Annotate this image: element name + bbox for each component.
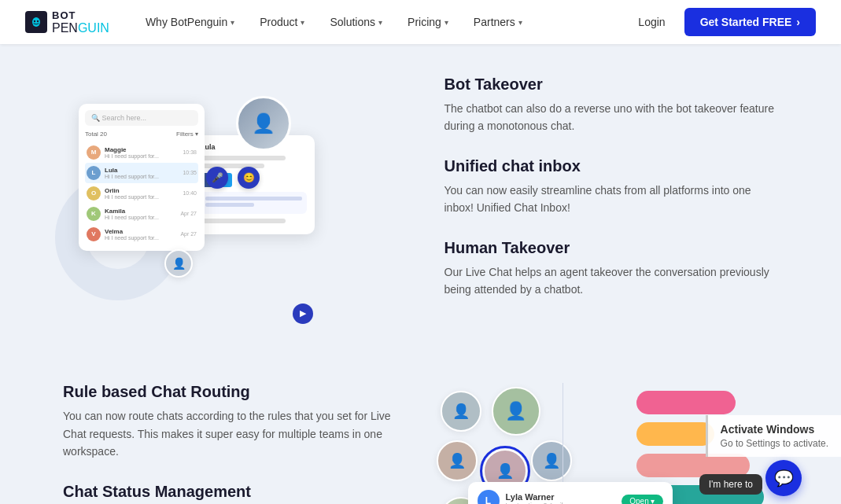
mic-button[interactable]: 🎤 bbox=[206, 167, 228, 189]
msg-line-2 bbox=[205, 203, 254, 207]
bottom-chat-card: L Lyla Warner Last active: 2 April Open … bbox=[468, 482, 673, 504]
detail-line-2 bbox=[201, 164, 264, 168]
chat-mockup: 🔍 Search here... Total 20Filters ▾ M Mag… bbox=[63, 88, 315, 292]
features-list-bottom: Rule based Chat Routing You can now rout… bbox=[63, 383, 405, 504]
nav-item-pricing[interactable]: Pricing ▾ bbox=[397, 9, 459, 35]
feature-desc-unified-inbox: You can now easily streamline chats from… bbox=[444, 182, 779, 217]
navbar: BOT PENGUIN Why BotPenguin ▾ Product ▾ S… bbox=[0, 0, 841, 44]
nav-item-product[interactable]: Product ▾ bbox=[249, 9, 315, 35]
features-list-top: Bot Takeover The chatbot can also do a r… bbox=[429, 75, 779, 320]
small-avatar: 👤 bbox=[164, 249, 193, 278]
chat-list-panel: 🔍 Search here... Total 20Filters ▾ M Mag… bbox=[79, 104, 205, 251]
get-started-button[interactable]: Get Started FREE › bbox=[684, 8, 816, 36]
detail-line-1 bbox=[201, 156, 286, 160]
feature-chat-routing: Rule based Chat Routing You can now rout… bbox=[63, 383, 405, 460]
routing-bar-1 bbox=[636, 391, 736, 414]
feature-human-takeover: Human Takeover Our Live Chat helps an ag… bbox=[444, 239, 779, 299]
chat-contact-kamila[interactable]: K Kamila Hi I need support for... Apr 27 bbox=[85, 204, 198, 224]
person-avatar-2: 👤 bbox=[492, 387, 540, 436]
bcc-open-button[interactable]: Open ▾ bbox=[622, 495, 662, 504]
logo-text-bottom: PENGUIN bbox=[52, 21, 109, 35]
person-avatar-3: 👤 bbox=[437, 440, 478, 481]
chat-contact-maggie[interactable]: M Maggie Hi I need support for... 10:38 bbox=[85, 142, 198, 163]
logo-text-top: BOT bbox=[52, 9, 109, 21]
chevron-down-icon: ▾ bbox=[518, 18, 522, 27]
chevron-down-icon: ▾ bbox=[231, 18, 234, 27]
logo-icon bbox=[25, 11, 47, 33]
nav-item-partners[interactable]: Partners ▾ bbox=[463, 9, 533, 35]
person-avatar-5: 👤 bbox=[531, 440, 572, 481]
feature-bot-takeover: Bot Takeover The chatbot can also do a r… bbox=[444, 75, 779, 135]
arrow-icon: › bbox=[796, 16, 800, 28]
feature-title-unified-inbox: Unified chat inbox bbox=[444, 157, 779, 175]
routing-bar-2 bbox=[636, 422, 714, 446]
bcc-name: Lyla Warner bbox=[506, 492, 563, 502]
chevron-down-icon: ▾ bbox=[301, 18, 304, 27]
svg-point-0 bbox=[32, 17, 40, 27]
nav-item-solutions[interactable]: Solutions ▾ bbox=[319, 9, 393, 35]
feature-title-status-mgmt: Chat Status Management bbox=[63, 483, 405, 501]
chat-widget-label: I'm here to bbox=[699, 474, 762, 495]
feature-status-management: Chat Status Management You can choose to… bbox=[63, 483, 405, 504]
chat-message-area bbox=[201, 192, 307, 214]
chat-widget-icon: 💬 bbox=[774, 469, 794, 487]
chevron-down-icon: ▾ bbox=[444, 18, 448, 27]
logo[interactable]: BOT PENGUIN bbox=[25, 9, 109, 35]
chat-contact-velma[interactable]: V Velma Hi I need support for... Apr 27 bbox=[85, 224, 198, 245]
feature-desc-bot-takeover: The chatbot can also do a reverse uno wi… bbox=[444, 100, 779, 135]
win-activate-sub: Go to Settings to activate. bbox=[721, 438, 828, 449]
chat-contact-orlin[interactable]: O Orlin Hi I need support for... 10:40 bbox=[85, 183, 198, 204]
send-button[interactable]: ▶ bbox=[293, 304, 313, 324]
bcc-avatar: L bbox=[478, 490, 500, 504]
nav-item-why[interactable]: Why BotPenguin ▾ bbox=[135, 9, 245, 35]
nav-right: Login Get Started FREE › bbox=[629, 8, 816, 36]
svg-point-1 bbox=[34, 20, 35, 22]
windows-activation-overlay: Activate Windows Go to Settings to activ… bbox=[706, 415, 841, 457]
bcc-header: L Lyla Warner Last active: 2 April Open … bbox=[478, 490, 663, 504]
login-button[interactable]: Login bbox=[629, 11, 674, 33]
chat-search-box: 🔍 Search here... bbox=[85, 110, 198, 126]
feature-title-human-takeover: Human Takeover bbox=[444, 239, 779, 257]
detail-line-3 bbox=[201, 219, 286, 223]
feature-unified-inbox: Unified chat inbox You can now easily st… bbox=[444, 157, 779, 217]
chat-widget-button[interactable]: 💬 bbox=[765, 460, 802, 496]
person-avatar-1: 👤 bbox=[441, 391, 481, 432]
chat-header: Total 20Filters ▾ bbox=[85, 131, 198, 138]
chat-contact-lula[interactable]: L Lula Hi I need support for... 10:35 bbox=[85, 163, 198, 183]
chat-mockup-container: 🔍 Search here... Total 20Filters ▾ M Mag… bbox=[63, 88, 397, 308]
emoji-button[interactable]: 😊 bbox=[238, 167, 260, 189]
contact-avatar-large: 👤 bbox=[236, 96, 291, 151]
msg-line-1 bbox=[205, 197, 302, 200]
feature-desc-human-takeover: Our Live Chat helps an agent takeover th… bbox=[444, 263, 779, 299]
svg-point-2 bbox=[37, 20, 39, 22]
feature-title-chat-routing: Rule based Chat Routing bbox=[63, 383, 405, 401]
feature-title-bot-takeover: Bot Takeover bbox=[444, 75, 779, 94]
section-features-top: 🔍 Search here... Total 20Filters ▾ M Mag… bbox=[0, 44, 841, 351]
nav-links: Why BotPenguin ▾ Product ▾ Solutions ▾ P… bbox=[135, 9, 629, 35]
feature-desc-chat-routing: You can now route chats according to the… bbox=[63, 407, 405, 460]
chevron-down-icon: ▾ bbox=[378, 18, 382, 27]
win-activate-title: Activate Windows bbox=[721, 423, 828, 436]
